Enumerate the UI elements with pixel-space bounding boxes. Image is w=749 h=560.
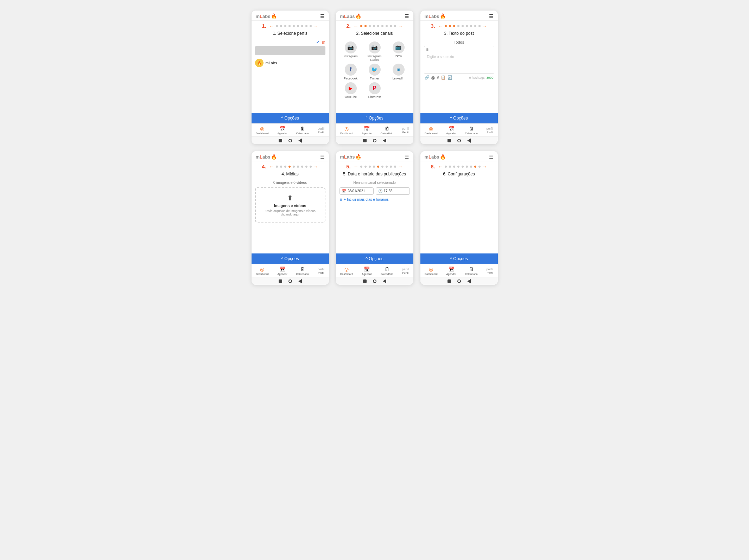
nav-dashboard-3[interactable]: ◎ Dashboard bbox=[425, 126, 438, 135]
android-circle-4[interactable] bbox=[288, 279, 292, 283]
prev-arrow-4[interactable]: ← bbox=[269, 164, 274, 169]
nav-agendar-6[interactable]: 📅 Agendar bbox=[446, 266, 456, 276]
options-btn-5[interactable]: ^ Opções bbox=[336, 253, 413, 264]
android-bar-5 bbox=[336, 277, 413, 285]
hamburger-menu-1[interactable]: ☰ bbox=[320, 13, 325, 19]
options-btn-2[interactable]: ^ Opções bbox=[336, 113, 413, 123]
channel-youtube[interactable]: ▶ YouTube bbox=[339, 82, 362, 99]
nav-dashboard-4[interactable]: ◎ Dashboard bbox=[256, 266, 269, 276]
channel-pinterest[interactable]: P Pinterest bbox=[363, 82, 386, 99]
options-btn-4[interactable]: ^ Opções bbox=[252, 253, 329, 264]
next-arrow-3[interactable]: → bbox=[482, 23, 487, 29]
android-circle-1[interactable] bbox=[288, 139, 292, 142]
nav-label-dashboard-3: Dashboard bbox=[425, 132, 438, 135]
nav-calendario-4[interactable]: 🗓 Calendário bbox=[296, 266, 309, 276]
android-back-3[interactable] bbox=[467, 139, 471, 143]
next-arrow-6[interactable]: → bbox=[482, 164, 487, 169]
upload-icon: ⬆ bbox=[287, 194, 293, 202]
nav-perfil-3[interactable]: perfil Perfil bbox=[487, 127, 494, 134]
nav-dashboard-5[interactable]: ◎ Dashboard bbox=[340, 266, 353, 276]
android-square-2[interactable] bbox=[363, 139, 367, 142]
header-1: mLabs 🔥 ☰ bbox=[252, 11, 329, 21]
nav-calendario-1[interactable]: 🗓 Calendário bbox=[296, 126, 309, 135]
hamburger-menu-6[interactable]: ☰ bbox=[489, 154, 494, 160]
instagram-stories-label: Instagram Stories bbox=[363, 54, 386, 62]
android-circle-5[interactable] bbox=[373, 279, 376, 283]
options-btn-3[interactable]: ^ Opções bbox=[420, 113, 498, 123]
next-arrow-4[interactable]: → bbox=[313, 164, 318, 169]
android-square-4[interactable] bbox=[279, 279, 282, 283]
mlabs-logo-2: mLabs 🔥 bbox=[340, 13, 362, 19]
android-circle-6[interactable] bbox=[457, 279, 461, 283]
profile-search-bar[interactable] bbox=[255, 46, 325, 55]
mention-tool-icon[interactable]: @ bbox=[431, 76, 435, 80]
nav-agendar-3[interactable]: 📅 Agendar bbox=[446, 126, 456, 135]
nav-agendar-4[interactable]: 📅 Agendar bbox=[277, 266, 287, 276]
channel-facebook[interactable]: f Facebook bbox=[339, 64, 362, 80]
copy-tool-icon[interactable]: 📋 bbox=[441, 75, 446, 80]
nav-calendario-2[interactable]: 🗓 Calendário bbox=[381, 126, 393, 135]
android-square-3[interactable] bbox=[448, 139, 451, 142]
trash-small-icon[interactable]: 🗑 bbox=[426, 47, 429, 51]
nav-perfil-1[interactable]: perfil Perfil bbox=[318, 127, 325, 134]
dot-1-2 bbox=[284, 25, 286, 27]
next-arrow-1[interactable]: → bbox=[313, 23, 318, 29]
channel-igtv[interactable]: 📺 IGTV bbox=[387, 41, 410, 62]
hamburger-menu-4[interactable]: ☰ bbox=[320, 154, 325, 160]
select-all-icon[interactable]: ✔ bbox=[316, 40, 319, 45]
android-back-4[interactable] bbox=[298, 279, 302, 283]
add-more-dates-link[interactable]: ⊕ + Incluir mais dias e horários bbox=[339, 198, 410, 201]
nav-perfil-5[interactable]: perfil Perfil bbox=[402, 268, 409, 275]
options-btn-1[interactable]: ^ Opções bbox=[252, 113, 329, 123]
channel-instagram-stories[interactable]: 📷 Instagram Stories bbox=[363, 41, 386, 62]
hamburger-menu-3[interactable]: ☰ bbox=[489, 13, 494, 19]
hamburger-menu-2[interactable]: ☰ bbox=[405, 13, 409, 19]
hashtag-tool-icon[interactable]: # bbox=[437, 76, 439, 80]
nav-calendario-5[interactable]: 🗓 Calendário bbox=[381, 266, 393, 276]
android-circle-2[interactable] bbox=[373, 139, 376, 142]
channel-instagram[interactable]: 📷 Instagram bbox=[339, 41, 362, 62]
nav-perfil-6[interactable]: perfil Perfil bbox=[487, 268, 494, 275]
nav-agendar-5[interactable]: 📅 Agendar bbox=[362, 266, 372, 276]
android-back-5[interactable] bbox=[383, 279, 386, 283]
profile-item-mlabs[interactable]: 🔥 mLabs bbox=[255, 57, 325, 69]
trash-icon[interactable]: 🗑 bbox=[322, 40, 325, 45]
android-back-2[interactable] bbox=[383, 139, 386, 143]
refresh-tool-icon[interactable]: 🔄 bbox=[448, 75, 452, 80]
perfil-icon-2: perfil bbox=[402, 127, 409, 130]
nav-calendario-6[interactable]: 🗓 Calendário bbox=[465, 266, 478, 276]
upload-box[interactable]: ⬆ Imagens e vídeos Envie arquivos de ima… bbox=[255, 187, 325, 223]
nav-agendar-2[interactable]: 📅 Agendar bbox=[362, 126, 372, 135]
prev-arrow-5[interactable]: ← bbox=[354, 164, 358, 169]
prev-arrow-3[interactable]: ← bbox=[438, 23, 443, 29]
android-circle-3[interactable] bbox=[457, 139, 461, 142]
nav-perfil-4[interactable]: perfil Perfil bbox=[318, 268, 325, 275]
perfil-icon-5: perfil bbox=[402, 268, 409, 271]
options-btn-6[interactable]: ^ Opções bbox=[420, 253, 498, 264]
channel-linkedin[interactable]: in LinkedIn bbox=[387, 64, 410, 80]
nav-calendario-3[interactable]: 🗓 Calendário bbox=[465, 126, 478, 135]
date-input[interactable]: 📅 28/01/2021 bbox=[339, 187, 374, 195]
android-square-1[interactable] bbox=[279, 139, 282, 142]
prev-arrow-2[interactable]: ← bbox=[354, 23, 358, 29]
android-square-6[interactable] bbox=[448, 279, 451, 283]
prev-arrow-6[interactable]: ← bbox=[438, 164, 443, 169]
nav-perfil-2[interactable]: perfil Perfil bbox=[402, 127, 409, 134]
next-arrow-5[interactable]: → bbox=[398, 164, 403, 169]
next-arrow-2[interactable]: → bbox=[398, 23, 403, 29]
prev-arrow-1[interactable]: ← bbox=[269, 23, 274, 29]
android-square-5[interactable] bbox=[363, 279, 367, 283]
post-text-area[interactable]: 🗑 Digite o seu texto bbox=[424, 46, 494, 74]
android-back-1[interactable] bbox=[298, 139, 302, 143]
android-back-6[interactable] bbox=[467, 279, 471, 283]
hamburger-menu-5[interactable]: ☰ bbox=[405, 154, 409, 160]
agendar-icon-4: 📅 bbox=[279, 266, 285, 272]
channel-twitter[interactable]: 🐦 Twitter bbox=[363, 64, 386, 80]
time-input[interactable]: 🕐 17:55 bbox=[376, 187, 410, 195]
nav-label-perfil-3: Perfil bbox=[487, 131, 493, 134]
nav-dashboard-6[interactable]: ◎ Dashboard bbox=[425, 266, 438, 276]
nav-agendar-1[interactable]: 📅 Agendar bbox=[277, 126, 287, 135]
link-tool-icon[interactable]: 🔗 bbox=[425, 75, 430, 80]
nav-dashboard-2[interactable]: ◎ Dashboard bbox=[340, 126, 353, 135]
nav-dashboard-1[interactable]: ◎ Dashboard bbox=[256, 126, 269, 135]
